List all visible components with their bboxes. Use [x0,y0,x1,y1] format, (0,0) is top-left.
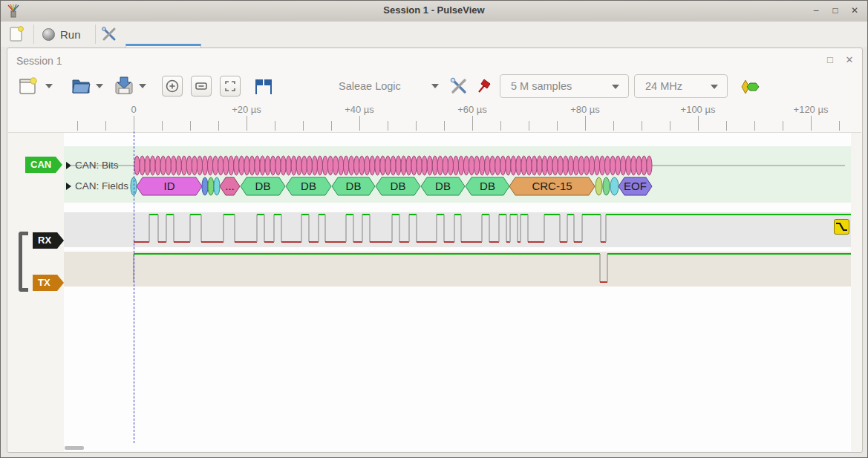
device-config-icon[interactable] [449,76,469,96]
can-bit-annotation [344,156,349,175]
can-bit-annotation [417,156,422,175]
can-bit-annotation [500,156,506,175]
can-bit-annotation [552,156,558,175]
ruler-time-label: +80 µs [570,104,600,115]
pulseview-window: Session 1 - PulseView – □ ✕ Run Session … [0,0,868,458]
ruler-time-label: +40 µs [345,104,374,115]
trigger-falling-edge-icon[interactable] [834,219,849,235]
save-file-dropdown-arrow[interactable] [139,84,146,88]
ruler-tick [529,121,529,131]
can-bit-annotation [213,156,218,175]
can-field-annotation [208,177,214,195]
can-bit-annotation [370,156,375,175]
ruler-tick [642,121,642,131]
ruler-tick [585,116,586,131]
can-bit-annotation [354,156,359,175]
can-bit-annotation [448,156,453,175]
ruler-tick [275,121,275,131]
can-bit-annotation [437,156,443,175]
run-state-icon [42,28,55,41]
can-bit-annotation [197,156,202,175]
zoom-fit-button[interactable] [220,76,241,96]
toolbar-separator [33,24,34,44]
can-bit-annotation [391,156,396,175]
maximize-button[interactable]: □ [828,4,843,17]
can-bit-annotation [380,156,385,175]
session-maximize-button[interactable]: □ [823,54,837,66]
minimize-button[interactable]: – [809,4,823,17]
sample-rate-dropdown-arrow [711,85,718,89]
device-dropdown-arrow[interactable] [431,84,439,88]
zoom-in-button[interactable] [162,76,183,96]
can-bit-annotation [208,156,213,175]
probe-icon[interactable] [475,76,495,96]
can-bit-annotation [249,156,255,175]
sample-rate-select[interactable]: 24 MHz [634,74,728,98]
can-field-annotation [595,177,602,195]
can-bit-annotation [286,156,291,175]
can-decoder-tag[interactable]: CAN [25,157,62,173]
device-select[interactable]: Saleae Logic [339,74,443,98]
ruler-tick [444,121,445,131]
new-session-icon[interactable] [10,26,25,42]
can-bit-annotation [291,156,296,175]
time-zero-cursor[interactable] [134,131,134,443]
ruler-tick [726,121,727,131]
sample-count-select[interactable]: 5 M samples [500,74,629,98]
save-file-icon[interactable] [114,75,134,96]
can-field-annotation [202,177,208,195]
can-bit-annotation [511,156,516,175]
falling-edge-glyph [835,220,849,234]
can-bit-annotation [333,156,338,175]
ruler-tick [134,116,134,131]
can-bit-annotation [134,156,140,175]
session-close-button[interactable]: ✕ [843,54,856,66]
can-field-annotation [603,177,610,195]
open-file-dropdown-arrow[interactable] [96,84,103,88]
run-button[interactable]: Run [42,25,90,43]
can-bit-annotation [339,156,344,175]
ruler-tick [783,121,783,131]
can-bit-annotation [140,156,145,175]
can-bit-annotation [160,156,166,175]
can-bit-annotation [176,156,181,175]
can-bit-annotation [401,156,406,175]
can-bit-annotation [573,156,578,175]
new-view-dropdown-arrow[interactable] [45,84,53,88]
trace-right-margin [851,133,861,451]
ruler-tick [500,121,501,131]
new-view-icon[interactable] [19,76,38,96]
add-decoder-icon[interactable] [740,79,763,95]
ruler-tick [670,121,670,131]
titlebar[interactable]: Session 1 - PulseView – □ ✕ [1,1,867,22]
ruler-tick [613,121,614,131]
can-bit-annotation [234,156,239,175]
can-bit-annotation [647,156,652,175]
horizontal-scrollbar-handle[interactable] [65,446,84,450]
zoom-out-button[interactable] [191,76,212,96]
can-field-label: DB [301,180,316,192]
can-bit-annotation [563,156,568,175]
can-bit-annotation [171,156,176,175]
can-bit-annotation [516,156,521,175]
can-field-label: DB [255,180,271,192]
can-bit-annotation [521,156,526,175]
can-field-label: ID [164,180,175,192]
can-bit-annotation [365,156,370,175]
close-button[interactable]: ✕ [847,4,862,17]
can-bit-annotation [166,156,171,175]
can-bit-annotation [532,156,537,175]
can-bit-annotation [605,156,610,175]
ruler-tick [811,116,812,131]
ruler-tick [472,116,473,131]
can-bit-annotation [610,156,616,175]
can-bit-annotation [469,156,474,175]
markers-flags-icon[interactable] [253,77,275,96]
waveform-canvas [64,211,851,290]
ruler-tick [77,121,78,131]
can-bit-annotation [375,156,380,175]
settings-tools-icon[interactable] [101,26,117,42]
open-file-icon[interactable] [71,75,91,96]
can-bit-annotation [506,156,511,175]
can-field-label: EOF [624,180,647,192]
